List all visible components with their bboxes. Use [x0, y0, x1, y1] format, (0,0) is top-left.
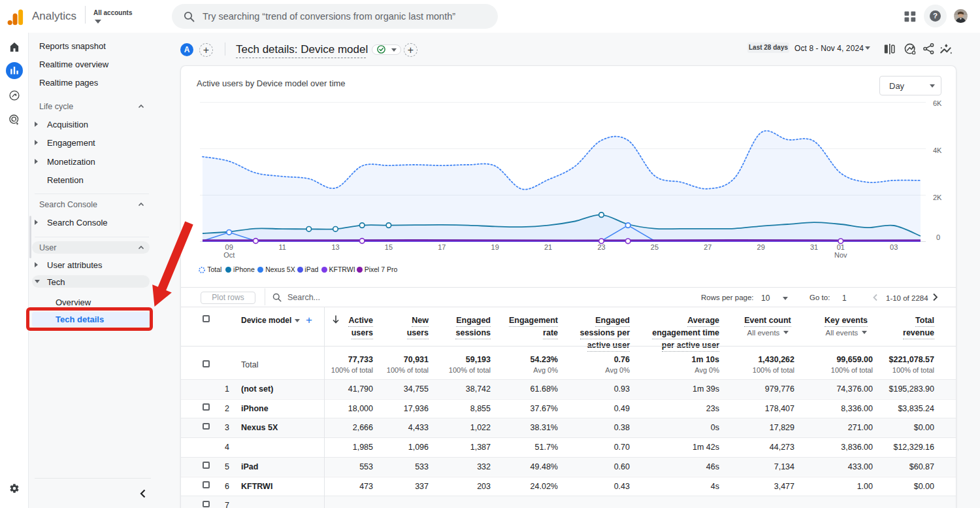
svg-text:17: 17: [438, 243, 446, 251]
svg-text:6K: 6K: [933, 99, 942, 107]
svg-text:2K: 2K: [933, 194, 942, 201]
svg-text:23: 23: [597, 243, 605, 251]
svg-text:27: 27: [704, 243, 711, 251]
svg-text:Oct: Oct: [223, 251, 235, 259]
svg-text:01: 01: [837, 243, 845, 251]
svg-text:09: 09: [225, 243, 233, 251]
svg-text:13: 13: [331, 243, 339, 251]
svg-text:03: 03: [890, 243, 898, 251]
svg-text:0: 0: [936, 233, 940, 241]
svg-text:Nov: Nov: [834, 251, 847, 259]
svg-text:4K: 4K: [933, 146, 942, 154]
svg-text:15: 15: [385, 243, 393, 251]
svg-text:21: 21: [544, 243, 552, 251]
svg-text:11: 11: [278, 243, 286, 251]
svg-text:31: 31: [810, 243, 818, 251]
svg-text:29: 29: [757, 243, 765, 251]
svg-text:25: 25: [651, 243, 659, 251]
svg-text:19: 19: [491, 243, 499, 251]
